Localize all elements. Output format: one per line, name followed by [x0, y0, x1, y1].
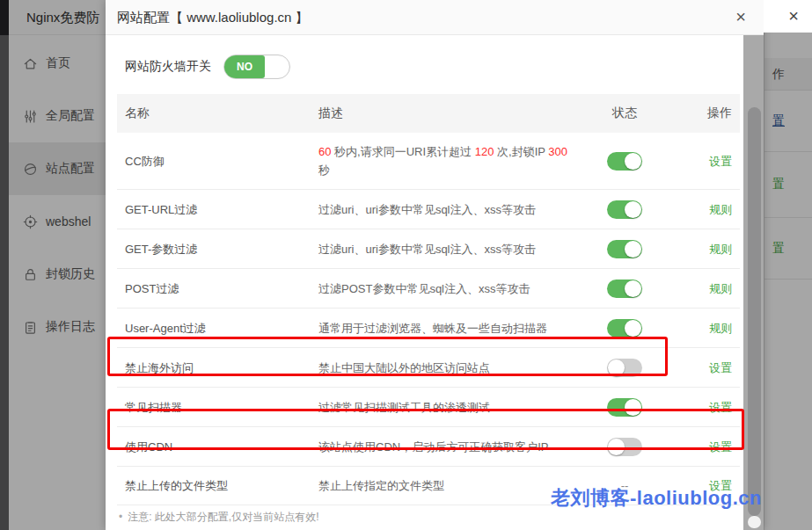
- col-header-status: 状态: [581, 94, 669, 133]
- row-action-link[interactable]: 规则: [709, 282, 732, 295]
- table-row: GET-参数过滤 过滤uri、uri参数中常见sql注入、xss等攻击 规则: [117, 229, 740, 269]
- watermark-text: 老刘博客-laoliublog.cn: [551, 485, 762, 512]
- row-status-cell: [581, 269, 669, 309]
- firewall-switch-label: 网站防火墙开关: [125, 59, 211, 75]
- site-config-modal: 网站配置【 www.laoliublog.cn 】 × 网站防火墙开关 NO 名…: [106, 0, 764, 530]
- status-toggle-off[interactable]: [607, 438, 642, 456]
- row-action-cell: 规则: [669, 309, 740, 348]
- row-action-link[interactable]: 规则: [709, 243, 732, 256]
- row-action-link[interactable]: 规则: [709, 322, 732, 335]
- row-description: 过滤POST参数中常见sql注入、xss等攻击: [311, 269, 581, 309]
- background-dialog-header-corner: ×: [764, 0, 812, 33]
- row-status-cell: [581, 309, 669, 348]
- row-action-cell: 设置: [669, 348, 740, 388]
- status-toggle-on[interactable]: [607, 280, 642, 298]
- status-toggle-on[interactable]: [607, 398, 642, 417]
- modal-header: 网站配置【 www.laoliublog.cn 】 ×: [106, 0, 764, 35]
- firewall-toggle-state: NO: [224, 55, 265, 78]
- row-name: 禁止上传的文件类型: [117, 467, 311, 505]
- row-status-cell: [581, 348, 669, 388]
- row-status-cell: [581, 388, 669, 427]
- modal-title: 网站配置【 www.laoliublog.cn 】: [117, 0, 309, 35]
- config-table: 名称 描述 状态 操作 CC防御 60 秒内,请求同一URI累计超过 120 次…: [117, 94, 740, 505]
- row-description: 过滤uri、uri参数中常见sql注入、xss等攻击: [311, 190, 581, 229]
- row-name: GET-参数过滤: [117, 229, 311, 269]
- row-action-cell: 规则: [669, 190, 740, 229]
- table-row: 禁止海外访问 禁止中国大陆以外的地区访问站点 设置: [117, 348, 740, 388]
- row-name: User-Agent过滤: [117, 309, 311, 348]
- status-toggle-on[interactable]: [607, 152, 642, 171]
- app-root: Nginx免费防 首页 全局配置 站点配置 webshel 封锁历史 操作日志 …: [0, 0, 812, 530]
- config-table-header-row: 名称 描述 状态 操作: [117, 94, 740, 133]
- scrollbar-track[interactable]: [743, 35, 764, 530]
- status-toggle-on[interactable]: [607, 319, 642, 338]
- row-status-cell: [581, 133, 669, 190]
- row-description: 禁止上传指定的文件类型: [311, 467, 581, 505]
- note-text: 注意: 此处大部分配置,仅对当前站点有效!: [128, 511, 318, 523]
- row-action-cell: 设置: [669, 388, 740, 427]
- row-status-cell: [581, 229, 669, 269]
- row-action-cell: 设置: [669, 133, 740, 190]
- row-name: GET-URL过滤: [117, 190, 311, 229]
- col-header-desc: 描述: [311, 94, 581, 133]
- table-row: GET-URL过滤 过滤uri、uri参数中常见sql注入、xss等攻击 规则: [117, 190, 740, 229]
- row-action-link[interactable]: 设置: [709, 440, 732, 454]
- background-close-icon[interactable]: ×: [783, 0, 804, 33]
- dim-overlay-left: [0, 0, 106, 530]
- row-description: 该站点使用CDN，启动后方可正确获取客户IP: [311, 427, 581, 467]
- table-row: User-Agent过滤 通常用于过滤浏览器、蜘蛛及一些自动扫描器 规则: [117, 309, 740, 348]
- firewall-switch-row: 网站防火墙开关 NO: [125, 54, 290, 79]
- table-row: CC防御 60 秒内,请求同一URI累计超过 120 次,封锁IP 300 秒 …: [117, 133, 740, 190]
- status-toggle-on[interactable]: [607, 240, 642, 258]
- dim-overlay-right: [764, 33, 812, 530]
- row-action-cell: 设置: [669, 427, 740, 467]
- firewall-master-toggle[interactable]: NO: [223, 54, 290, 79]
- col-header-name: 名称: [117, 94, 311, 133]
- table-row: 使用CDN 该站点使用CDN，启动后方可正确获取客户IP 设置: [117, 427, 740, 467]
- row-status-cell: [581, 427, 669, 467]
- note-bullet: •: [119, 511, 122, 523]
- close-icon[interactable]: ×: [730, 0, 751, 35]
- status-toggle-on[interactable]: [607, 200, 642, 219]
- row-description: 60 秒内,请求同一URI累计超过 120 次,封锁IP 300 秒: [311, 133, 581, 190]
- row-name: POST过滤: [117, 269, 311, 309]
- row-name: 禁止海外访问: [117, 348, 311, 388]
- row-description: 禁止中国大陆以外的地区访问站点: [311, 348, 581, 388]
- row-description: 通常用于过滤浏览器、蜘蛛及一些自动扫描器: [311, 309, 581, 348]
- row-description: 过滤uri、uri参数中常见sql注入、xss等攻击: [311, 229, 581, 269]
- row-action-link[interactable]: 设置: [709, 401, 732, 414]
- table-row: 常见扫描器 过滤常见扫描测试工具的渗透测试 设置: [117, 388, 740, 427]
- row-action-cell: 规则: [669, 229, 740, 269]
- status-toggle-off[interactable]: [607, 359, 642, 377]
- col-header-action: 操作: [669, 94, 740, 133]
- row-name: 使用CDN: [117, 427, 311, 467]
- row-action-link[interactable]: 规则: [709, 203, 732, 216]
- table-row: POST过滤 过滤POST参数中常见sql注入、xss等攻击 规则: [117, 269, 740, 309]
- row-action-link[interactable]: 设置: [709, 361, 732, 374]
- row-action-cell: 规则: [669, 269, 740, 309]
- row-status-cell: [581, 190, 669, 229]
- note-row: •注意: 此处大部分配置,仅对当前站点有效!: [119, 510, 319, 525]
- row-name: 常见扫描器: [117, 388, 311, 427]
- scrollbar-thumb[interactable]: [748, 107, 761, 516]
- row-description: 过滤常见扫描测试工具的渗透测试: [311, 388, 581, 427]
- row-action-link[interactable]: 设置: [709, 155, 732, 168]
- scrollbar-bottom-cap: [748, 516, 761, 528]
- row-name: CC防御: [117, 133, 311, 190]
